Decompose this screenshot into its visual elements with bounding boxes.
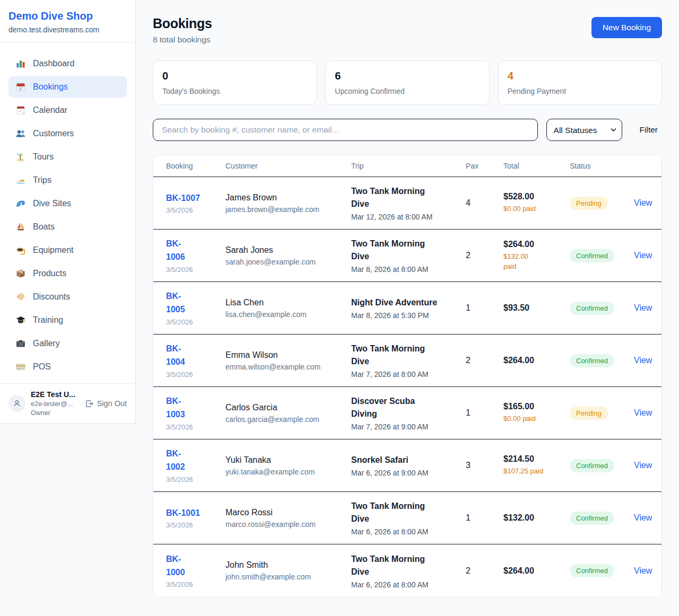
new-booking-button[interactable]: New Booking: [591, 17, 662, 38]
booking-id-link[interactable]: BK- 1005: [166, 290, 185, 316]
sidebar-item-tours[interactable]: Tours: [8, 146, 127, 168]
booking-date: 3/5/2026: [166, 521, 225, 529]
sidebar-item-boats[interactable]: Boats: [8, 216, 127, 237]
stats-row: 0 Today's Bookings 6 Upcoming Confirmed …: [153, 60, 662, 105]
status-badge: Confirmed: [570, 459, 614, 472]
col-trip: Trip: [351, 162, 466, 170]
search-input[interactable]: [153, 119, 538, 141]
calendar-date-icon: 17: [15, 82, 26, 92]
pax-count: 4: [466, 198, 503, 208]
sign-out-label: Sign Out: [97, 399, 127, 408]
sidebar-item-label: POS: [33, 362, 51, 372]
filter-button[interactable]: Filter: [636, 125, 662, 135]
sidebar-item-products[interactable]: Products: [8, 263, 127, 284]
stat-value: 4: [508, 70, 652, 82]
trip-name: Two Tank Morning Dive: [351, 500, 466, 525]
col-customer: Customer: [225, 162, 351, 170]
page-title: Bookings: [153, 16, 212, 31]
paid-amount: $107.25 paid: [503, 466, 570, 477]
status-badge: Confirmed: [570, 564, 614, 577]
booking-id-link[interactable]: BK- 1006: [166, 237, 185, 264]
total-amount: $264.00: [503, 566, 570, 576]
person-icon: [12, 399, 22, 408]
sidebar-item-bookings[interactable]: 17 Bookings: [8, 76, 127, 98]
stat-card-upcoming-confirmed: 6 Upcoming Confirmed: [325, 60, 489, 105]
sidebar-item-discounts[interactable]: Discounts: [8, 286, 127, 307]
table-row: BK- 10053/5/2026 Lisa Chenlisa.chen@exam…: [153, 282, 661, 335]
package-icon: [15, 268, 26, 279]
sidebar-item-dashboard[interactable]: Dashboard: [8, 53, 127, 74]
customer-name: Emma Wilson: [225, 350, 351, 360]
pax-count: 1: [466, 513, 503, 523]
booking-id-link[interactable]: BK- 1004: [166, 342, 185, 369]
booking-id-link[interactable]: BK-1007: [166, 192, 200, 205]
view-link[interactable]: View: [634, 408, 652, 417]
customer-email: lisa.chen@example.com: [225, 310, 351, 319]
table-row: BK- 10023/5/2026 Yuki Tanakayuki.tanaka@…: [153, 439, 661, 492]
view-link[interactable]: View: [634, 198, 652, 207]
total-amount: $264.00: [503, 356, 570, 365]
status-badge: Pending: [570, 407, 608, 420]
trip-datetime: Mar 6, 2026 at 9:00 AM: [351, 469, 466, 477]
filter-controls: All Statuses Filter: [153, 119, 662, 141]
user-name: E2E Test U...: [31, 390, 80, 399]
trip-datetime: Mar 7, 2026 at 9:00 AM: [351, 423, 466, 431]
table-row: BK- 10003/5/2026 John Smithjohn.smith@ex…: [153, 544, 661, 597]
view-link[interactable]: View: [634, 356, 652, 365]
sidebar-item-label: Calendar: [33, 105, 67, 115]
booking-id-link[interactable]: BK-1001: [166, 507, 200, 520]
view-link[interactable]: View: [634, 513, 652, 522]
trip-datetime: Mar 7, 2026 at 8:00 AM: [351, 370, 466, 379]
sidebar-item-training[interactable]: Training: [8, 310, 127, 331]
sidebar-item-dive-sites[interactable]: Dive Sites: [8, 193, 127, 214]
col-total: Total: [503, 162, 570, 170]
stat-card-pending-payment: 4 Pending Payment: [498, 60, 662, 105]
sidebar-item-gallery[interactable]: Gallery: [8, 333, 127, 354]
booking-id-link[interactable]: BK- 1002: [166, 447, 185, 474]
total-bookings-subtitle: 8 total bookings: [153, 35, 212, 45]
sidebar-item-pos[interactable]: POS: [8, 356, 127, 377]
people-icon: [15, 128, 26, 139]
booking-date: 3/5/2026: [166, 476, 225, 483]
shop-domain: demo.test.divestreams.com: [8, 25, 127, 34]
customer-email: carlos.garcia@example.com: [225, 415, 351, 424]
trip-name: Discover Scuba Diving: [351, 395, 466, 420]
view-link[interactable]: View: [634, 303, 652, 312]
view-link[interactable]: View: [634, 251, 652, 260]
shop-name: Demo Dive Shop: [8, 10, 127, 22]
sidebar-item-trips[interactable]: Trips: [8, 170, 127, 191]
customer-name: Sarah Jones: [225, 245, 351, 255]
booking-date: 3/5/2026: [166, 580, 225, 588]
booking-id-link[interactable]: BK- 1003: [166, 395, 185, 421]
sign-out-button[interactable]: Sign Out: [85, 399, 127, 408]
customer-email: sarah.jones@example.com: [225, 258, 351, 266]
sidebar-item-customers[interactable]: Customers: [8, 123, 127, 144]
view-link[interactable]: View: [634, 566, 652, 575]
sidebar-item-label: Trips: [33, 175, 51, 185]
sidebar-header: Demo Dive Shop demo.test.divestreams.com: [0, 0, 135, 42]
customer-name: James Brown: [225, 193, 351, 203]
pax-count: 1: [466, 303, 503, 313]
sidebar-item-equipment[interactable]: Equipment: [8, 240, 127, 261]
sidebar-item-calendar[interactable]: Calendar: [8, 100, 127, 121]
view-link[interactable]: View: [634, 461, 652, 470]
trip-datetime: Mar 6, 2026 at 8:00 AM: [351, 580, 466, 589]
pax-count: 2: [466, 251, 503, 260]
bar-chart-icon: [15, 58, 26, 69]
booking-date: 3/5/2026: [166, 423, 225, 431]
diving-mask-icon: [15, 245, 26, 256]
booking-date: 3/5/2026: [166, 318, 225, 326]
trip-name: Snorkel Safari: [351, 454, 466, 467]
sidebar-item-label: Boats: [33, 222, 55, 232]
status-filter-select[interactable]: All Statuses: [546, 119, 622, 141]
user-info: E2E Test U... e2e-tester@... Owner: [31, 390, 80, 417]
pax-count: 2: [466, 356, 503, 365]
col-status: Status: [570, 162, 634, 170]
user-role: Owner: [31, 409, 80, 417]
booking-id-link[interactable]: BK- 1000: [166, 553, 185, 579]
sidebar: Demo Dive Shop demo.test.divestreams.com…: [0, 0, 136, 424]
sidebar-item-label: Dashboard: [33, 59, 74, 68]
stat-card-todays-bookings: 0 Today's Bookings: [153, 60, 317, 105]
trip-name: Two Tank Morning Dive: [351, 342, 466, 368]
status-badge: Confirmed: [570, 512, 614, 525]
